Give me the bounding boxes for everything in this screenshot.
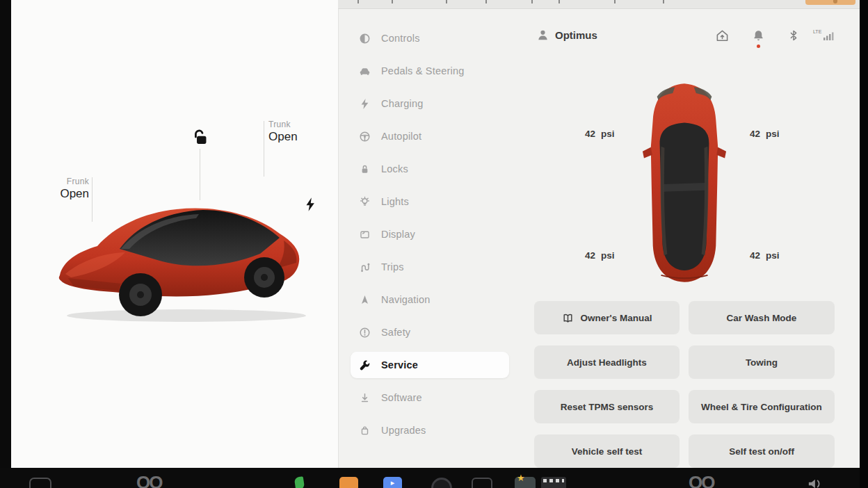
sidebar-item-upgrades[interactable]: Upgrades	[351, 417, 509, 444]
dock-app-icon[interactable]: OO	[689, 472, 714, 488]
statusbar-music-remnant	[805, 0, 855, 5]
sidebar-item-label: Display	[381, 229, 415, 240]
vehicle-top-view	[641, 79, 728, 289]
button-label: Owner's Manual	[581, 313, 652, 323]
dock-app-icon[interactable]: ▸	[383, 477, 402, 488]
adjust-headlights-button[interactable]: Adjust Headlights	[534, 345, 680, 379]
tire-pressure-front-right: 42psi	[750, 129, 780, 139]
vehicle-self-test-button[interactable]: Vehicle self test	[534, 434, 680, 468]
statusbar-glyph	[614, 0, 616, 3]
vehicle-side-view	[54, 186, 313, 329]
psi-unit: psi	[766, 250, 780, 261]
sidebar-item-label: Charging	[381, 98, 423, 109]
towing-button[interactable]: Towing	[689, 345, 835, 379]
psi-value: 42	[585, 250, 595, 261]
sidebar-item-software[interactable]: Software	[351, 384, 509, 411]
frunk-label: Frunk	[49, 177, 89, 186]
letterbox-right	[860, 0, 868, 488]
statusbar-glyph	[446, 0, 447, 3]
network-type-glyph: LTE	[813, 29, 822, 34]
shopping-bag-icon	[359, 425, 371, 437]
lte-signal-icon: LTE	[813, 28, 838, 42]
psi-value: 42	[750, 250, 760, 261]
dock-app-icon[interactable]	[29, 478, 51, 488]
profile-name[interactable]: Optimus	[555, 29, 597, 41]
sidebar-item-locks[interactable]: Locks	[351, 156, 509, 182]
lightning-icon	[359, 98, 371, 110]
statusbar-glyph	[485, 0, 487, 3]
tesla-touchscreen: Frunk Open Trunk Open	[0, 0, 868, 488]
sidebar-item-label: Controls	[381, 33, 420, 44]
trunk-open-text: Open	[268, 130, 317, 144]
steering-wheel-icon	[359, 131, 371, 143]
film-strip-icon	[543, 479, 564, 482]
lock-open-icon[interactable]	[190, 127, 209, 147]
psi-unit: psi	[601, 250, 615, 261]
navigation-arrow-icon	[359, 294, 371, 306]
sidebar-item-label: Locks	[381, 163, 408, 174]
sidebar-item-lights[interactable]: Lights	[351, 188, 509, 215]
button-label: Reset TPMS sensors	[561, 402, 654, 412]
car-front-icon	[359, 65, 371, 77]
homelink-icon[interactable]	[716, 29, 729, 42]
sidebar-item-controls[interactable]: Controls	[351, 25, 509, 51]
dock-bar: OO ▸ ★ OO	[0, 468, 868, 488]
button-label: Towing	[746, 357, 778, 368]
sidebar-item-trips[interactable]: Trips	[351, 254, 509, 280]
sidebar-item-pedals-steering[interactable]: Pedals & Steering	[351, 58, 509, 84]
alert-circle-icon	[359, 327, 371, 339]
sidebar-item-autopilot[interactable]: Autopilot	[351, 123, 509, 149]
screen-icon	[359, 229, 371, 241]
statusbar-glyph	[531, 0, 533, 3]
sidebar-item-label: Trips	[381, 261, 404, 273]
sidebar-item-service[interactable]: Service	[351, 352, 509, 378]
psi-value: 42	[585, 129, 595, 139]
sidebar-item-label: Software	[381, 392, 422, 403]
statusbar-glyph	[663, 0, 664, 3]
notification-dot	[757, 44, 760, 48]
star-icon: ★	[517, 473, 525, 483]
padlock-icon	[359, 163, 371, 175]
sidebar-item-label: Service	[381, 359, 418, 371]
person-icon[interactable]	[536, 29, 550, 42]
bell-icon[interactable]	[752, 29, 765, 42]
dock-app-icon[interactable]: ★	[515, 477, 536, 488]
open-book-icon	[562, 312, 574, 324]
statusbar-remnant	[338, 0, 860, 9]
button-label: Car Wash Mode	[727, 313, 797, 323]
trunk-pointer-line	[264, 121, 264, 177]
button-label: Self test on/off	[729, 446, 794, 457]
car-wash-mode-button[interactable]: Car Wash Mode	[689, 301, 835, 334]
dock-app-icon[interactable]	[541, 477, 566, 488]
dock-app-icon[interactable]	[431, 478, 452, 488]
wheel-tire-configuration-button[interactable]: Wheel & Tire Configuration	[689, 390, 835, 423]
button-label: Adjust Headlights	[567, 357, 647, 368]
trunk-status[interactable]: Trunk Open	[268, 120, 317, 144]
sidebar-item-safety[interactable]: Safety	[351, 319, 509, 345]
psi-unit: psi	[601, 129, 615, 139]
psi-value: 42	[750, 129, 760, 139]
sidebar-item-navigation[interactable]: Navigation	[351, 286, 509, 313]
sidebar-item-label: Safety	[381, 327, 410, 338]
dock-app-icon[interactable]: OO	[136, 472, 161, 488]
route-icon	[359, 261, 371, 273]
dock-app-icon[interactable]	[472, 478, 492, 488]
statusbar-glyph	[392, 0, 393, 3]
tire-pressure-rear-right: 42psi	[750, 250, 780, 261]
volume-icon[interactable]	[807, 478, 825, 488]
sidebar-item-charging[interactable]: Charging	[351, 90, 509, 117]
sidebar-item-label: Lights	[381, 196, 409, 207]
wrench-icon	[359, 359, 371, 371]
self-test-on-off-button[interactable]: Self test on/off	[689, 434, 835, 468]
dock-app-icon[interactable]	[294, 476, 305, 488]
psi-unit: psi	[766, 129, 780, 139]
sidebar-item-display[interactable]: Display	[351, 221, 509, 247]
tire-pressure-rear-left: 42psi	[585, 250, 615, 261]
bluetooth-icon[interactable]	[787, 29, 801, 42]
dock-app-icon[interactable]	[339, 477, 358, 488]
reset-tpms-sensors-button[interactable]: Reset TPMS sensors	[534, 390, 680, 423]
owners-manual-button[interactable]: Owner's Manual	[534, 301, 680, 334]
statusbar-glyph	[558, 0, 560, 3]
tire-pressure-front-left: 42psi	[585, 129, 615, 139]
download-icon	[359, 392, 371, 404]
